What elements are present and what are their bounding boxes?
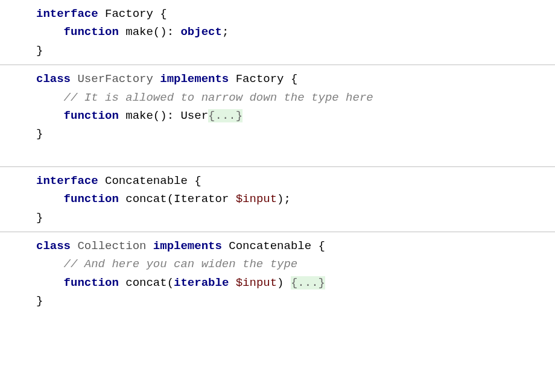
space (153, 72, 160, 86)
keyword: interface (36, 174, 98, 188)
indent (36, 258, 64, 271)
identifier: Concatenable (229, 239, 311, 253)
code-block: interface Concatenable { function concat… (0, 166, 555, 232)
space (229, 192, 235, 206)
space (229, 276, 235, 289)
punctuation: } (36, 127, 43, 141)
space (284, 276, 291, 289)
punctuation: ( (167, 192, 174, 206)
space (222, 239, 229, 253)
space (71, 72, 77, 86)
keyword: function (64, 25, 119, 39)
code-block: class UserFactory implements Factory { /… (0, 65, 555, 148)
identifier: UserFactory (77, 72, 153, 86)
code-line: function concat(Iterator $input); (36, 190, 555, 208)
code-line: class UserFactory implements Factory { (36, 70, 555, 88)
code-editor[interactable]: interface Factory { function make(): obj… (0, 0, 555, 315)
keyword: object (180, 25, 221, 39)
indent (36, 91, 64, 104)
space (174, 25, 180, 39)
space (229, 72, 235, 86)
code-line: function make(): User{...} (36, 107, 555, 125)
space (146, 239, 153, 253)
space (188, 174, 194, 188)
space (119, 276, 125, 289)
keyword: function (64, 276, 119, 289)
code-block: interface Factory { function make(): obj… (0, 0, 555, 65)
comment: // It is allowed to narrow down the type… (64, 91, 373, 104)
code-line: function make(): object; (36, 23, 555, 41)
fold-marker[interactable]: {...} (208, 109, 243, 122)
indent (36, 192, 64, 206)
identifier: Iterator (174, 192, 229, 206)
punctuation: { (160, 7, 166, 21)
identifier: Collection (77, 239, 146, 253)
punctuation: } (36, 294, 43, 308)
keyword: implements (153, 239, 222, 253)
identifier: concat (125, 192, 166, 206)
punctuation: } (36, 44, 43, 57)
keyword: class (36, 72, 71, 86)
space (119, 192, 125, 206)
punctuation: ( (167, 276, 174, 289)
space (98, 7, 105, 21)
punctuation: ; (222, 25, 229, 39)
identifier: Concatenable (105, 174, 188, 188)
keyword: iterable (174, 276, 229, 289)
punctuation: (): (153, 25, 174, 39)
identifier: concat (125, 276, 166, 289)
keyword: function (64, 192, 119, 206)
code-line: // And here you can widen the type (36, 255, 555, 273)
identifier: make (125, 25, 153, 39)
comment: // And here you can widen the type (64, 258, 298, 271)
keyword: class (36, 239, 71, 253)
punctuation: } (36, 211, 43, 224)
identifier: User (180, 109, 208, 122)
keyword: function (64, 109, 119, 122)
punctuation: (): (153, 109, 174, 122)
space (284, 72, 291, 86)
punctuation: { (319, 239, 325, 253)
code-block: class Collection implements Concatenable… (0, 232, 555, 315)
variable: $input (236, 276, 277, 289)
space (71, 239, 77, 253)
code-line: interface Concatenable { (36, 172, 555, 190)
code-line: class Collection implements Concatenable… (36, 237, 555, 255)
variable: $input (236, 192, 277, 206)
identifier: Factory (105, 7, 153, 21)
space (174, 109, 180, 122)
fold-marker[interactable]: {...} (291, 276, 325, 289)
indent (36, 25, 64, 39)
code-line: } (36, 42, 555, 60)
code-line: function concat(iterable $input) {...} (36, 274, 555, 292)
space (98, 174, 105, 188)
space (119, 109, 125, 122)
code-line: interface Factory { (36, 5, 555, 23)
code-line: } (36, 209, 555, 227)
indent (36, 109, 64, 122)
indent (36, 276, 64, 289)
identifier: make (125, 109, 153, 122)
punctuation: ); (277, 192, 291, 206)
punctuation: { (194, 174, 201, 188)
punctuation: ) (277, 276, 284, 289)
punctuation: { (291, 72, 297, 86)
block-gap (0, 148, 555, 166)
space (119, 25, 125, 39)
identifier: Factory (236, 72, 284, 86)
keyword: interface (36, 7, 98, 21)
space (311, 239, 318, 253)
keyword: implements (160, 72, 229, 86)
code-line: } (36, 292, 555, 310)
code-line: } (36, 125, 555, 143)
space (153, 7, 160, 21)
code-line: // It is allowed to narrow down the type… (36, 89, 555, 107)
